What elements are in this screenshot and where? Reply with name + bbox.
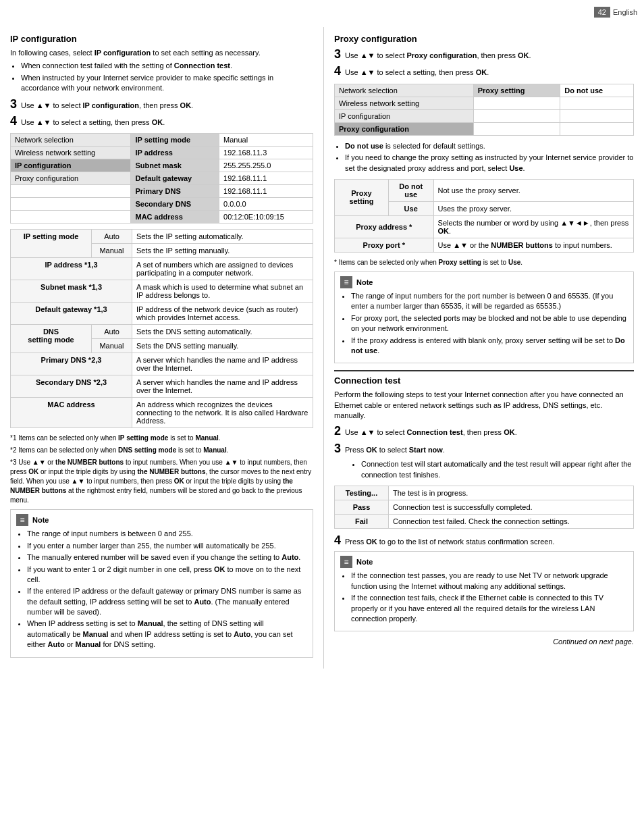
step4-line: 4 Use ▲▼ to select a setting, then press… bbox=[10, 115, 313, 128]
proxy-do-not-use-desc: Not use the proxy server. bbox=[433, 179, 633, 201]
conn-step4-num: 4 bbox=[334, 534, 341, 546]
proxy-use-desc: Uses the proxy server. bbox=[433, 201, 633, 215]
proxy-note-header: ≡ Note bbox=[340, 276, 628, 288]
menu-ip-setting-mode-label: IP setting mode bbox=[131, 134, 219, 147]
conn-test-table: Testing... The test is in progress. Pass… bbox=[334, 486, 634, 529]
desc-secondary-dns-label: Secondary DNS *2,3 bbox=[11, 375, 132, 398]
conn-note-box: ≡ Note If the connection test passes, yo… bbox=[334, 551, 634, 631]
menu-primary-dns-value: 192.168.11.1 bbox=[219, 185, 313, 198]
page-number: 42 bbox=[594, 7, 610, 18]
ip-desc-table: IP setting mode Auto Sets the IP setting… bbox=[10, 229, 313, 428]
menu-mac-value: 00:12:0E:10:09:15 bbox=[219, 211, 313, 224]
conn-note-icon: ≡ bbox=[340, 556, 352, 568]
desc-dns-manual-label: Manual bbox=[92, 339, 132, 353]
menu-gateway-value: 192.168.11.1 bbox=[219, 172, 313, 185]
desc-ip-address-text: A set of numbers which are assigned to d… bbox=[132, 258, 313, 280]
left-note-bullet-5: If the entered IP address or the default… bbox=[27, 586, 307, 617]
menu-mac-label: MAC address bbox=[131, 211, 219, 224]
menu-primary-dns-label: Primary DNS bbox=[131, 185, 219, 198]
menu-network-selection: Network selection bbox=[11, 134, 131, 147]
proxy-footnote: * Items can be selected only when Proxy … bbox=[334, 258, 634, 267]
proxy-note-bullet-2: For proxy port, the selected ports may b… bbox=[351, 313, 628, 334]
ip-config-bullets: When connection test failed with the set… bbox=[10, 61, 313, 93]
proxy-step3-text: Use ▲▼ to select Proxy configuration, th… bbox=[345, 51, 531, 61]
proxy-menu-empty5 bbox=[473, 122, 560, 135]
bullet-item-2: When instructed by your Internet service… bbox=[21, 73, 313, 94]
proxy-menu-empty4 bbox=[560, 109, 634, 122]
desc-primary-dns-text: A server which handles the name and IP a… bbox=[132, 353, 313, 375]
menu-secondary-dns-label: Secondary DNS bbox=[131, 198, 219, 211]
step4-text: Use ▲▼ to select a setting, then press O… bbox=[21, 118, 165, 128]
proxy-use-label: Use bbox=[388, 201, 433, 215]
proxy-step3-num: 3 bbox=[334, 48, 341, 60]
menu-empty1 bbox=[11, 185, 131, 198]
conn-step4-line: 4 Press OK to go to the list of network … bbox=[334, 534, 634, 547]
menu-empty3 bbox=[11, 211, 131, 224]
desc-mac-text: An address which recognizes the devices … bbox=[132, 398, 313, 428]
proxy-menu-do-not-use: Do not use bbox=[560, 84, 634, 97]
footnote2: *2 Items can be selected only when DNS s… bbox=[10, 446, 313, 455]
proxy-step3-line: 3 Use ▲▼ to select Proxy configuration, … bbox=[334, 48, 634, 61]
desc-manual-label: Manual bbox=[92, 244, 132, 258]
proxy-menu-empty6 bbox=[560, 122, 634, 135]
menu-subnet-value: 255.255.255.0 bbox=[219, 159, 313, 172]
desc-gateway-label: Default gateway *1,3 bbox=[11, 303, 132, 325]
page-language: English bbox=[613, 8, 637, 16]
left-note-box: ≡ Note The range of input numbers is bet… bbox=[10, 509, 313, 657]
conn-note-title: Note bbox=[356, 558, 373, 566]
step4-num: 4 bbox=[10, 115, 17, 127]
proxy-menu-table: Network selection Proxy setting Do not u… bbox=[334, 84, 634, 136]
left-column: IP configuration In following cases, sel… bbox=[0, 27, 324, 669]
desc-dns-auto-label: Auto bbox=[92, 325, 132, 339]
desc-dns-manual-text: Sets the DNS setting manually. bbox=[132, 339, 313, 353]
proxy-note-title: Note bbox=[356, 278, 373, 286]
proxy-step4-text: Use ▲▼ to select a setting, then press O… bbox=[345, 68, 489, 78]
proxy-config-title: Proxy configuration bbox=[334, 34, 634, 44]
desc-dns-mode-label: DNSsetting mode bbox=[11, 325, 92, 353]
desc-dns-auto-text: Sets the DNS setting automatically. bbox=[132, 325, 313, 339]
proxy-menu-empty1 bbox=[473, 97, 560, 109]
left-note-icon: ≡ bbox=[16, 514, 28, 526]
desc-auto-text: Sets the IP setting automatically. bbox=[132, 230, 313, 244]
proxy-menu-ip-config: IP configuration bbox=[335, 109, 474, 122]
conn-fail-label: Fail bbox=[335, 515, 389, 529]
conn-note-bullet-2: If the connection test fails, check if t… bbox=[351, 593, 628, 624]
menu-empty2 bbox=[11, 198, 131, 211]
proxy-menu-proxy-setting: Proxy setting bbox=[473, 84, 560, 97]
desc-primary-dns-label: Primary DNS *2,3 bbox=[11, 353, 132, 375]
ip-config-title: IP configuration bbox=[10, 34, 313, 44]
proxy-menu-network-sel: Network selection bbox=[335, 84, 474, 97]
continued-text: Continued on next page. bbox=[334, 637, 634, 647]
proxy-bullet-2: If you need to change the proxy setting … bbox=[345, 153, 634, 174]
conn-step3-bullets: Connection test will start automatically… bbox=[350, 459, 634, 480]
step3-line: 3 Use ▲▼ to select IP configuration, the… bbox=[10, 98, 313, 111]
conn-step3-text: Press OK to select Start now. bbox=[345, 445, 445, 455]
page-number-area: 42 English bbox=[594, 7, 637, 18]
menu-ip-configuration: IP configuration bbox=[11, 159, 131, 172]
ip-config-intro: In following cases, select IP configurat… bbox=[10, 48, 313, 58]
proxy-bullet-1: Do not use is selected for default setti… bbox=[345, 141, 634, 151]
step3-num: 3 bbox=[10, 98, 17, 110]
proxy-note-bullets: The range of input numbers for the port … bbox=[340, 291, 628, 356]
footnote3: *3 Use ▲▼ or the NUMBER buttons to input… bbox=[10, 458, 313, 505]
desc-auto-label: Auto bbox=[92, 230, 132, 244]
menu-ip-mode-value: Manual bbox=[219, 134, 313, 147]
menu-proxy-configuration: Proxy configuration bbox=[11, 172, 131, 185]
conn-fail-desc: Connection test failed. Check the connec… bbox=[389, 515, 634, 529]
proxy-setting-main-label: Proxy setting bbox=[335, 179, 389, 215]
desc-ip-address-label: IP address *1,3 bbox=[11, 258, 132, 280]
desc-secondary-dns-text: A server which handles the name and IP a… bbox=[132, 375, 313, 398]
step3-text: Use ▲▼ to select IP configuration, then … bbox=[21, 101, 193, 111]
right-column: Proxy configuration 3 Use ▲▼ to select P… bbox=[324, 27, 644, 669]
proxy-port-label: Proxy port * bbox=[335, 238, 434, 252]
proxy-menu-proxy-config: Proxy configuration bbox=[335, 122, 474, 135]
desc-subnet-text: A mask which is used to determine what s… bbox=[132, 280, 313, 303]
proxy-step4-line: 4 Use ▲▼ to select a setting, then press… bbox=[334, 65, 634, 78]
conn-pass-label: Pass bbox=[335, 500, 389, 515]
conn-step3-line: 3 Press OK to select Start now. bbox=[334, 442, 634, 455]
desc-ip-setting-mode: IP setting mode bbox=[11, 230, 92, 258]
conn-step3-bullet-1: Connection test will start automatically… bbox=[361, 459, 634, 480]
proxy-note-box: ≡ Note The range of input numbers for th… bbox=[334, 271, 634, 363]
left-note-bullets: The range of input numbers is between 0 … bbox=[16, 529, 307, 650]
conn-test-title: Connection test bbox=[334, 375, 634, 386]
